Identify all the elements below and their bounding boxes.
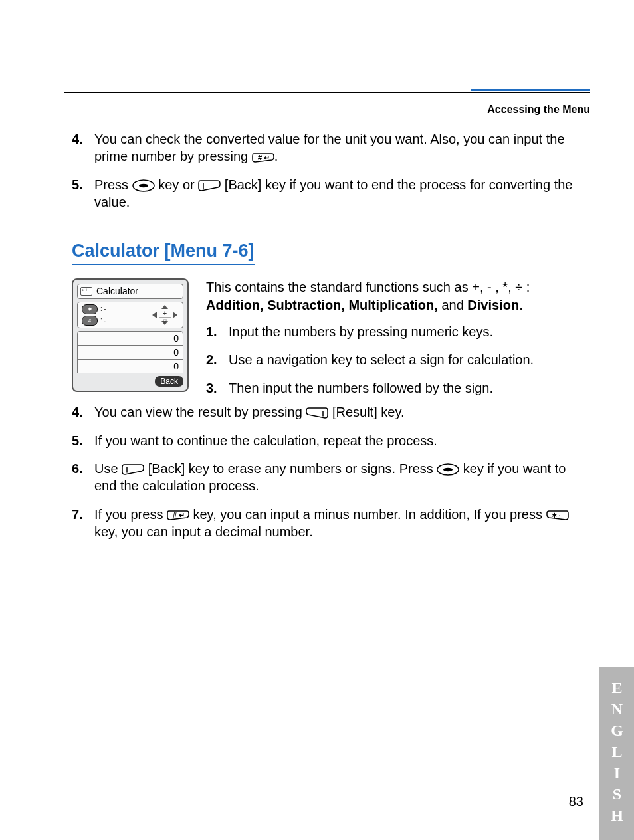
step-text: Use a navigation key to select a sign fo… [229,351,590,368]
intro-step-5: 5. Press key or [Back] key if you want t… [72,176,590,211]
step-number: 3. [206,379,229,397]
calculator-screenshot: Calculator ✱ : - # : . [72,278,189,391]
hash-key-icon [167,508,189,521]
step-number: 6. [72,460,94,495]
star-key-icon: ✱ [82,304,98,314]
step-text: key, you can input a decimal number. [94,524,313,539]
section-description: This contains the standard functions suc… [206,278,590,314]
hash-key-icon [252,151,274,163]
calc-value-row: 0 [78,360,183,373]
calc-step-5: 5. If you want to continue the calculati… [72,432,590,449]
softkey-right-icon [198,179,221,191]
intro-step-4: 4. You can check the converted value for… [72,130,590,165]
step-text: If you want to continue the calculation,… [94,432,590,449]
step-text: [Back] key to erase any numbers or signs… [144,461,437,476]
calc-value-row: 0 [78,346,183,360]
end-key-icon [437,463,459,475]
step-number: 7. [72,506,94,541]
step-number: 2. [206,351,229,368]
star-key-icon [546,508,569,521]
hash-key-hint: : . [100,317,106,324]
softkey-left-icon [306,406,328,419]
header-section-label: Accessing the Menu [487,104,590,116]
section-title: Calculator [Menu 7-6] [72,239,255,266]
step-number: 4. [72,403,94,421]
step-text: [Result] key. [328,405,404,419]
step-text: Then input the numbers followed by the s… [229,379,590,397]
calc-value-row: 0 [78,332,183,346]
hash-key-icon: # [82,316,98,326]
dpad-icon [151,304,179,326]
calc-title: Calculator [96,285,138,297]
step-text: key, you can input a minus number. In ad… [189,507,546,522]
calc-step-1: 1. Input the numbers by pressing numeric… [206,323,590,340]
end-key-icon [132,179,155,191]
step-text: Input the numbers by pressing numeric ke… [229,323,590,340]
step-number: 5. [72,176,94,211]
calc-step-7: 7. If you press key, you can input a min… [72,506,590,541]
step-text: You can view the result by pressing [94,405,306,419]
page-number: 83 [569,794,583,809]
calc-step-2: 2. Use a navigation key to select a sign… [206,351,590,368]
calc-step-4: 4. You can view the result by pressing [… [72,403,590,421]
step-text: Use [94,461,122,476]
step-number: 1. [206,323,229,340]
softkey-right-icon [122,463,144,475]
language-tab-label: ENGLISH [608,679,626,828]
step-text: key or [155,177,199,192]
language-tab: ENGLISH [599,667,634,840]
calc-step-6: 6. Use [Back] key to erase any numbers o… [72,460,590,495]
star-key-hint: : - [100,306,106,312]
calc-step-3: 3. Then input the numbers followed by th… [206,379,590,397]
step-text: Press [94,177,132,192]
step-text: You can check the converted value for th… [94,132,565,163]
calc-back-softkey: Back [155,376,183,387]
calc-app-icon [80,287,92,296]
step-number: 4. [72,130,94,165]
step-text: If you press [94,507,167,522]
step-text: . [274,149,278,163]
step-number: 5. [72,432,94,449]
